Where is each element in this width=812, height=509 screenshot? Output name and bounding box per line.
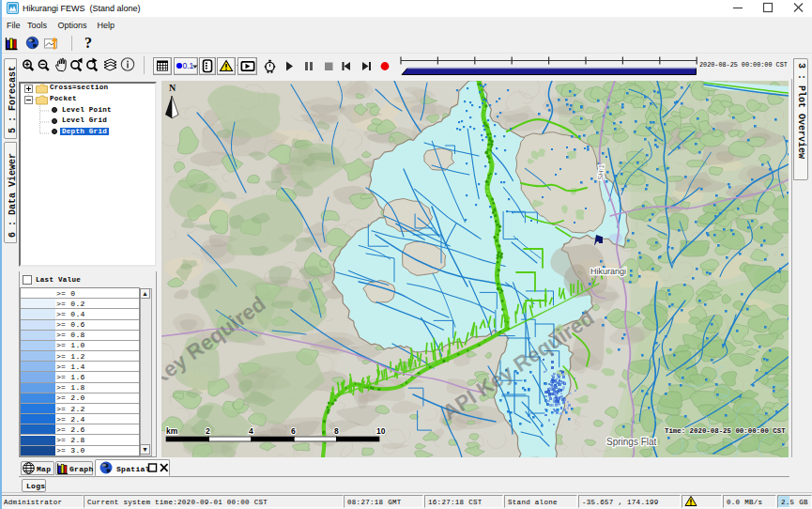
svg-text:km: km [166,426,178,436]
svg-text:Hikurangi: Hikurangi [590,267,626,276]
svg-text:10: 10 [376,426,386,436]
svg-text:N: N [169,83,176,93]
svg-text:6: 6 [291,426,296,436]
svg-text:?: ? [84,35,92,51]
svg-text:8: 8 [334,426,339,436]
svg-text:2: 2 [206,426,210,436]
svg-text:Time: 2020-08-25 00:00:00 CST: Time: 2020-08-25 00:00:00 CST [665,427,786,435]
svg-text:4: 4 [249,426,253,436]
svg-text:SH 1: SH 1 [596,164,605,180]
svg-text:Springs Flat: Springs Flat [606,437,657,447]
